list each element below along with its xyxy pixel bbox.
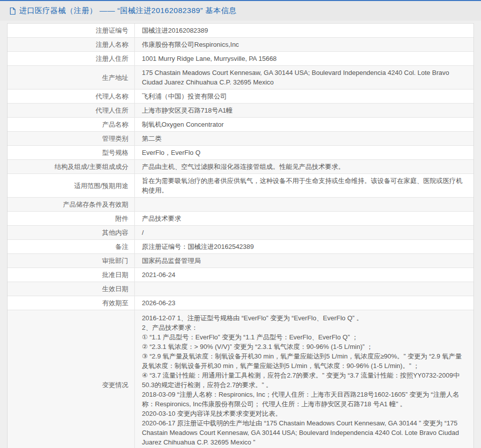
row-value: /: [135, 226, 473, 239]
page-header: 进口医疗器械（注册） —— “国械注进20162082389” 基本信息: [0, 0, 481, 21]
table-row: 其他内容/: [8, 226, 473, 240]
table-row: 附件产品技术要求: [8, 212, 473, 226]
row-value: 第二类: [135, 132, 473, 145]
row-value: 国械注进20162082389: [135, 24, 473, 37]
row-value: 产品由主机、空气过滤膜和湿化器连接管组成。性能见产品技术要求。: [135, 160, 473, 173]
row-value: [135, 198, 473, 211]
table-row: 代理人住所上海市静安区灵石路718号A1幢: [8, 104, 473, 118]
table-row: 备注原注册证编号：国械注进20162542389: [8, 240, 473, 254]
row-value: 2026-06-23: [135, 296, 473, 310]
table-row: 产品储存条件及有效期: [8, 198, 473, 212]
row-value: [135, 282, 473, 296]
row-value: EverFlo，EverFlo Q: [135, 146, 473, 159]
row-label: 其他内容: [8, 226, 135, 239]
row-value: 175 Chastain Meadows Court Kennesaw, GA …: [135, 66, 473, 89]
row-label: 管理类别: [8, 132, 135, 145]
row-label: 注册人名称: [8, 38, 135, 51]
row-label: 适用范围/预期用途: [8, 174, 135, 197]
change-info-line: ② “2.3.1 氧浓度：> 90% (V/V)” 变更为 “2.3.1 氧气浓…: [142, 342, 466, 351]
row-label: 备注: [8, 240, 135, 253]
table-row: 型号规格EverFlo，EverFlo Q: [8, 146, 473, 160]
table-row: 批准日期2021-06-24: [8, 268, 473, 282]
row-label: 批准日期: [8, 268, 135, 282]
row-value: 伟康股份有限公司Respironics,Inc: [135, 38, 473, 51]
row-label: 代理人名称: [8, 89, 135, 103]
row-value: 国家药品监督管理局: [135, 254, 473, 267]
row-label: 代理人住所: [8, 104, 135, 117]
table-row: 有效期至2026-06-23: [8, 296, 473, 310]
change-info-content: 2016-12-07 1、注册证型号规格由 “EverFlo” 变更为 “Eve…: [135, 310, 473, 448]
change-info-line: ③ “2.9 氧产量及氧浓度：制氧设备开机30 min，氧产量应能达到5 L/m…: [142, 351, 466, 371]
change-info-line: ④ “3.7 流量计性能：用通用计量工具检测，应符合2.7的要求。” 变更为 “…: [142, 371, 466, 390]
table-row: 注册证编号国械注进20162082389: [8, 24, 473, 38]
change-info-line: 2018-03-09 “注册人名称：Respironics, Inc；代理人住所…: [142, 390, 466, 409]
document-icon: [9, 7, 16, 15]
row-label: 生产地址: [8, 66, 135, 89]
row-value: 原注册证编号：国械注进20162542389: [135, 240, 473, 253]
change-info-line: 2020-03-10 变更内容详见技术要求变更对比表。: [142, 409, 466, 418]
table-row: 管理类别第二类: [8, 132, 473, 146]
row-label: 审批部门: [8, 254, 135, 267]
table-row: 生效日期: [8, 282, 473, 296]
change-info-line: 2020-06-17 原注册证中载明的生产地址由 “175 Chastain M…: [142, 418, 466, 447]
change-info-line: 2、产品技术要求：: [142, 323, 466, 332]
table-row: 结构及组成/主要组成成分产品由主机、空气过滤膜和湿化器连接管组成。性能见产品技术…: [8, 160, 473, 174]
row-label: 产品名称: [8, 118, 135, 131]
table-row: 注册人住所1001 Murry Ridge Lane, Murrysville,…: [8, 52, 473, 66]
table-row: 注册人名称伟康股份有限公司Respironics,Inc: [8, 38, 473, 52]
table-row: 代理人名称飞利浦（中国）投资有限公司: [8, 89, 473, 104]
row-label: 型号规格: [8, 146, 135, 159]
row-label: 注册证编号: [8, 24, 135, 37]
table-row: 产品名称制氧机Oxygen Concentrator: [8, 118, 473, 132]
row-label: 结构及组成/主要组成成分: [8, 160, 135, 173]
row-value: 旨在为需要吸氧治疗的患者供应供氧气，这种设备不用于生命支持或生命维持。该设备可在…: [135, 174, 473, 197]
row-label: 附件: [8, 212, 135, 225]
row-value: 制氧机Oxygen Concentrator: [135, 118, 473, 131]
row-value: 飞利浦（中国）投资有限公司: [135, 89, 473, 103]
row-value: 上海市静安区灵石路718号A1幢: [135, 104, 473, 117]
table-row-change-info: 变更情况 2016-12-07 1、注册证型号规格由 “EverFlo” 变更为…: [8, 310, 473, 448]
row-label: 产品储存条件及有效期: [8, 198, 135, 211]
row-label: 注册人住所: [8, 52, 135, 65]
row-value: 产品技术要求: [135, 212, 473, 225]
table-row: 审批部门国家药品监督管理局: [8, 254, 473, 268]
row-label: 有效期至: [8, 296, 135, 310]
row-value: 2021-06-24: [135, 268, 473, 282]
row-label: 变更情况: [8, 310, 135, 448]
change-info-line: 2016-12-07 1、注册证型号规格由 “EverFlo” 变更为 “Eve…: [142, 313, 466, 323]
table-row: 适用范围/预期用途旨在为需要吸氧治疗的患者供应供氧气，这种设备不用于生命支持或生…: [8, 174, 473, 198]
page-title: 进口医疗器械（注册） —— “国械注进20162082389” 基本信息: [19, 6, 236, 16]
registration-info-table: 注册证编号国械注进20162082389注册人名称伟康股份有限公司Respiro…: [7, 23, 474, 448]
row-label: 生效日期: [8, 282, 135, 296]
change-info-line: ① “1.1 产品型号：EverFlo” 变更为 “1.1 产品型号：EverF…: [142, 332, 466, 342]
table-row: 生产地址175 Chastain Meadows Court Kennesaw,…: [8, 66, 473, 89]
row-value: 1001 Murry Ridge Lane, Murrysville, PA 1…: [135, 52, 473, 65]
